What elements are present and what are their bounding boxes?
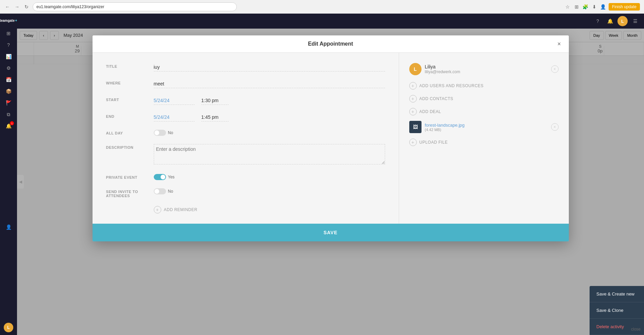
help-icon-top[interactable]: ?	[593, 16, 602, 26]
where-row: WHERE	[106, 80, 385, 90]
add-deal-action[interactable]: + ADD DEAL	[409, 108, 559, 115]
sidebar-icon-notification[interactable]: 🔔 1	[2, 121, 15, 131]
user-avatar: L	[409, 63, 422, 75]
app-sidebar: teamgate✦ ⊞ ? 📊 ⚙ 📅 📦 🚩 ⧉ 🔔 1 👤 L	[0, 14, 17, 335]
description-field	[154, 144, 385, 166]
save-create-new-item[interactable]: Save & Create new	[590, 286, 644, 302]
upload-file-action[interactable]: + UPLOAD FILE	[409, 139, 559, 146]
sidebar-icon-person[interactable]: 👤	[2, 222, 15, 233]
add-contacts-label: ADD CONTACTS	[419, 96, 453, 101]
all-day-field: No	[154, 130, 385, 136]
end-label: END	[106, 113, 154, 118]
where-label: WHERE	[106, 80, 154, 85]
private-event-label: PRIVATE EVENT	[106, 174, 154, 179]
add-deal-icon: +	[409, 108, 417, 115]
description-label: DESCRIPTION	[106, 144, 154, 149]
modal-header: Edit Appointment ×	[93, 35, 569, 53]
save-button[interactable]: SAVE	[93, 224, 569, 241]
profile-icon[interactable]: 👤	[600, 3, 607, 10]
top-user-avatar[interactable]: L	[617, 16, 628, 26]
title-input[interactable]	[154, 63, 385, 71]
file-info: forest-landscape.jpg (4.42 MB)	[425, 123, 548, 132]
toggle-knob	[154, 130, 159, 135]
sidebar-icon-layers[interactable]: ⧉	[2, 109, 15, 120]
start-label: START	[106, 96, 154, 102]
sidebar-icon-help[interactable]: ?	[2, 39, 15, 50]
sidebar-icon-calendar[interactable]: 📅	[2, 74, 15, 85]
end-field	[154, 113, 385, 122]
edit-appointment-modal: Edit Appointment × TITLE	[93, 35, 569, 241]
user-chip: L Liliya liliya@redwerk.com ×	[409, 63, 559, 75]
send-invite-label: SEND INVITE TO ATTENDEES	[106, 188, 154, 198]
add-contacts-action[interactable]: + ADD CONTACTS	[409, 95, 559, 102]
remove-file-button[interactable]: ×	[551, 123, 559, 131]
bookmark-icon[interactable]: ☆	[564, 3, 571, 10]
all-day-toggle[interactable]	[154, 130, 166, 136]
start-date-input[interactable]	[154, 96, 195, 105]
sidebar-avatar[interactable]: L	[4, 323, 13, 332]
app-content: Today ‹ › May 2024 Day Week Month M29 T6…	[17, 29, 644, 335]
sidebar-icon-chart[interactable]: 📊	[2, 51, 15, 62]
file-icon: 🖼	[409, 121, 422, 133]
send-invite-toggle[interactable]	[154, 188, 166, 194]
extensions-icon[interactable]: ⊞	[573, 3, 580, 10]
bell-icon-top[interactable]: 🔔	[605, 16, 615, 26]
sidebar-icon-flag[interactable]: 🚩	[2, 97, 15, 108]
private-event-field: Yes	[154, 174, 385, 180]
user-email: liliya@redwerk.com	[425, 69, 548, 74]
file-name[interactable]: forest-landscape.jpg	[425, 123, 548, 128]
add-reminder-row[interactable]: + ADD REMINDER	[106, 206, 385, 213]
all-day-toggle-wrap: No	[154, 130, 385, 136]
add-users-action[interactable]: + ADD USERS AND RESOURCES	[409, 82, 559, 90]
finish-update-button[interactable]: Finish update	[609, 3, 640, 11]
refresh-button[interactable]: ↻	[23, 3, 30, 10]
send-invite-field: No	[154, 188, 385, 194]
modal-overlay: Edit Appointment × TITLE	[17, 29, 644, 335]
right-panel: L Liliya liliya@redwerk.com × + ADD	[399, 53, 569, 224]
end-date-input[interactable]	[154, 113, 195, 122]
end-row: END	[106, 113, 385, 123]
remove-user-button[interactable]: ×	[551, 65, 559, 73]
end-time-input[interactable]	[201, 113, 229, 122]
modal-close-button[interactable]: ×	[555, 40, 563, 48]
description-input[interactable]	[154, 144, 385, 164]
upload-file-icon: +	[409, 139, 417, 146]
puzzle-icon[interactable]: 🧩	[582, 3, 589, 10]
top-right-icons: ? 🔔 L ☰	[593, 16, 640, 26]
modal-title: Edit Appointment	[308, 41, 353, 47]
upload-file-label: UPLOAD FILE	[419, 140, 448, 145]
address-bar[interactable]: eu1.teamgate.com/liliya123/organizer	[33, 2, 237, 11]
file-size: (4.42 MB)	[425, 128, 548, 132]
modal-body: TITLE WHERE	[93, 53, 569, 224]
sidebar-icon-box[interactable]: 📦	[2, 86, 15, 97]
add-deal-label: ADD DEAL	[419, 109, 441, 114]
sidebar-icon-settings[interactable]: ⚙	[2, 63, 15, 74]
close-label[interactable]: close	[631, 327, 641, 332]
save-clone-item[interactable]: Save & Clone	[590, 302, 644, 319]
forward-button[interactable]: →	[14, 3, 20, 10]
description-row: DESCRIPTION	[106, 144, 385, 167]
browser-chrome: ← → ↻ eu1.teamgate.com/liliya123/organiz…	[0, 0, 644, 14]
start-time-input[interactable]	[201, 96, 229, 105]
back-button[interactable]: ←	[4, 3, 11, 10]
add-users-icon: +	[409, 82, 417, 90]
menu-icon-top[interactable]: ☰	[630, 16, 640, 26]
app-topbar: ? 🔔 L ☰	[17, 14, 644, 29]
sidebar-logo: teamgate✦	[0, 16, 19, 25]
download-icon[interactable]: ⬇	[591, 3, 598, 10]
app-main: ? 🔔 L ☰ Today ‹ › May 2024 Day Week Mont…	[17, 14, 644, 335]
sidebar-icon-grid[interactable]: ⊞	[2, 28, 15, 39]
where-input[interactable]	[154, 80, 385, 88]
app-container: teamgate✦ ⊞ ? 📊 ⚙ 📅 📦 🚩 ⧉ 🔔 1 👤 L ? 🔔 L …	[0, 14, 644, 335]
browser-actions: ☆ ⊞ 🧩 ⬇ 👤 Finish update	[564, 3, 640, 11]
add-reminder-icon: +	[154, 206, 161, 213]
private-event-row: PRIVATE EVENT Yes	[106, 174, 385, 181]
title-row: TITLE	[106, 63, 385, 73]
private-event-toggle-wrap: Yes	[154, 174, 385, 180]
private-event-toggle[interactable]	[154, 174, 166, 180]
all-day-label: ALL DAY	[106, 130, 154, 135]
file-attachment: 🖼 forest-landscape.jpg (4.42 MB) ×	[409, 121, 559, 133]
user-info: Liliya liliya@redwerk.com	[425, 64, 548, 74]
all-day-row: ALL DAY No	[106, 130, 385, 137]
send-invite-toggle-label: No	[168, 189, 173, 194]
